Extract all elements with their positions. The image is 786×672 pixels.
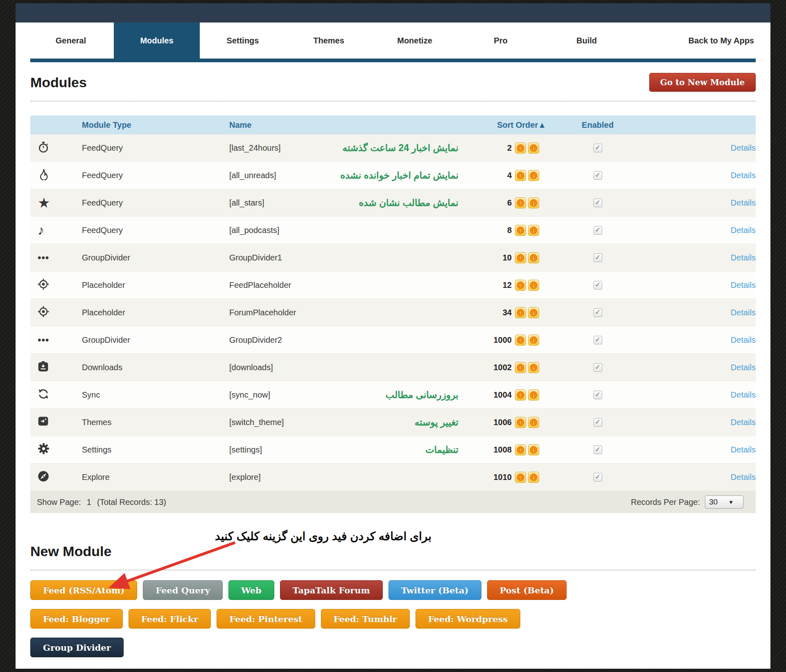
tab-settings[interactable]: Settings [200, 23, 286, 59]
move-up-button[interactable]: ↑ [515, 472, 526, 483]
records-per-page-select[interactable]: 30 ▼ [705, 496, 743, 509]
sort-order-value: 1008 [458, 445, 515, 455]
header-sort-order[interactable]: Sort Order▲ [458, 120, 549, 130]
tab-themes[interactable]: Themes [286, 23, 372, 59]
header-enabled: Enabled [549, 120, 647, 130]
new-module-button-post-beta[interactable]: Post (Beta) [487, 580, 567, 600]
move-up-button[interactable]: ↑ [515, 307, 526, 318]
move-up-button[interactable]: ↑ [515, 417, 526, 428]
arrow-down-icon: ↓ [530, 281, 538, 289]
new-module-button-feed-pinterest[interactable]: Feed: Pinterest [217, 609, 315, 629]
move-down-button[interactable]: ↓ [528, 280, 539, 291]
move-down-button[interactable]: ↓ [528, 225, 539, 236]
module-type: Placeholder [82, 308, 229, 317]
enabled-checkbox[interactable]: ✓ [594, 308, 602, 317]
move-up-button[interactable]: ↑ [515, 170, 526, 181]
move-down-button[interactable]: ↓ [528, 170, 539, 181]
tab-monetize[interactable]: Monetize [372, 23, 458, 59]
arrow-up-icon: ↑ [517, 226, 524, 234]
module-name: [sync_now] [229, 390, 332, 400]
enabled-checkbox[interactable]: ✓ [594, 144, 602, 152]
new-module-button-tapatalk-forum[interactable]: TapaTalk Forum [280, 580, 383, 600]
new-module-button-feed-tumblr[interactable]: Feed: Tumblr [321, 609, 410, 629]
table-row: Themes [switch_theme] تغییر پوسته 1006 ↑… [30, 409, 756, 436]
move-down-button[interactable]: ↓ [528, 472, 539, 483]
go-to-new-module-button[interactable]: Go to New Module [649, 73, 756, 92]
music-note-icon: ♪ [38, 224, 44, 237]
details-link[interactable]: Details [731, 143, 756, 152]
sort-order-value: 12 [458, 281, 515, 290]
target-icon [38, 278, 49, 292]
arrow-up-icon: ↑ [517, 419, 524, 426]
sort-order-value: 6 [458, 198, 515, 208]
enabled-checkbox[interactable]: ✓ [594, 171, 602, 180]
enabled-checkbox[interactable]: ✓ [594, 446, 602, 454]
details-link[interactable]: Details [731, 473, 756, 482]
move-down-button[interactable]: ↓ [528, 143, 539, 154]
module-annotation: نمایش تمام اخبار خوانده نشده [332, 170, 458, 181]
tab-build[interactable]: Build [544, 23, 630, 59]
new-module-button-feed-blogger[interactable]: Feed: Blogger [30, 609, 123, 629]
move-down-button[interactable]: ↓ [528, 362, 539, 373]
check-icon: ✓ [595, 227, 600, 233]
module-type: FeedQuery [82, 171, 229, 180]
enabled-checkbox[interactable]: ✓ [594, 199, 602, 207]
dropdown-arrow-icon: ▼ [728, 499, 734, 505]
module-annotation: نمایش مطالب نشان شده [332, 197, 458, 208]
sort-order-value: 1002 [458, 363, 515, 372]
move-up-button[interactable]: ↑ [515, 197, 526, 208]
compass-icon [38, 471, 49, 484]
enabled-checkbox[interactable]: ✓ [594, 391, 602, 399]
module-name: GroupDivider2 [229, 335, 332, 345]
details-link[interactable]: Details [731, 308, 756, 317]
move-up-button[interactable]: ↑ [515, 143, 526, 154]
module-annotation: تنظیمات [332, 444, 458, 455]
move-down-button[interactable]: ↓ [528, 197, 539, 208]
enabled-checkbox[interactable]: ✓ [594, 473, 602, 482]
details-link[interactable]: Details [731, 445, 756, 454]
move-up-button[interactable]: ↑ [515, 444, 526, 455]
move-up-button[interactable]: ↑ [515, 252, 526, 263]
tab-general[interactable]: General [28, 23, 114, 59]
move-down-button[interactable]: ↓ [528, 307, 539, 318]
new-module-button-twitter-beta[interactable]: Twitter (Beta) [388, 580, 481, 600]
tab-modules[interactable]: Modules [114, 23, 200, 59]
details-link[interactable]: Details [731, 281, 756, 290]
new-module-button-group-divider[interactable]: Group Divider [30, 638, 124, 657]
move-down-button[interactable]: ↓ [528, 417, 539, 428]
details-link[interactable]: Details [731, 171, 756, 180]
enabled-checkbox[interactable]: ✓ [594, 363, 602, 372]
check-icon: ✓ [595, 282, 600, 288]
module-type: FeedQuery [82, 198, 229, 208]
pagination-right: Records Per Page: 30 ▼ [631, 496, 749, 509]
enabled-checkbox[interactable]: ✓ [594, 336, 602, 344]
move-up-button[interactable]: ↑ [515, 280, 526, 291]
tab-pro[interactable]: Pro [458, 23, 544, 59]
details-link[interactable]: Details [731, 363, 756, 372]
check-icon: ✓ [595, 172, 600, 179]
module-name: [last_24hours] [229, 143, 332, 153]
move-up-button[interactable]: ↑ [515, 389, 526, 400]
back-to-my-apps-link[interactable]: Back to My Apps [689, 23, 770, 59]
move-up-button[interactable]: ↑ [515, 225, 526, 236]
details-link[interactable]: Details [731, 335, 756, 344]
module-type: Placeholder [82, 281, 229, 290]
new-module-button-feed-wordpress[interactable]: Feed: Wordpress [416, 609, 521, 629]
move-down-button[interactable]: ↓ [528, 335, 539, 346]
arrow-up-icon: ↑ [517, 281, 524, 289]
enabled-checkbox[interactable]: ✓ [594, 418, 602, 427]
move-down-button[interactable]: ↓ [528, 389, 539, 400]
move-up-button[interactable]: ↑ [515, 362, 526, 373]
move-down-button[interactable]: ↓ [528, 252, 539, 263]
details-link[interactable]: Details [731, 418, 756, 427]
enabled-checkbox[interactable]: ✓ [594, 226, 602, 235]
details-link[interactable]: Details [731, 198, 756, 207]
new-module-button-feed-flickr[interactable]: Feed: Flickr [129, 609, 211, 629]
enabled-checkbox[interactable]: ✓ [594, 281, 602, 290]
enabled-checkbox[interactable]: ✓ [594, 253, 602, 262]
details-link[interactable]: Details [731, 253, 756, 262]
details-link[interactable]: Details [731, 390, 756, 399]
details-link[interactable]: Details [731, 226, 756, 235]
move-down-button[interactable]: ↓ [528, 444, 539, 455]
move-up-button[interactable]: ↑ [515, 335, 526, 346]
